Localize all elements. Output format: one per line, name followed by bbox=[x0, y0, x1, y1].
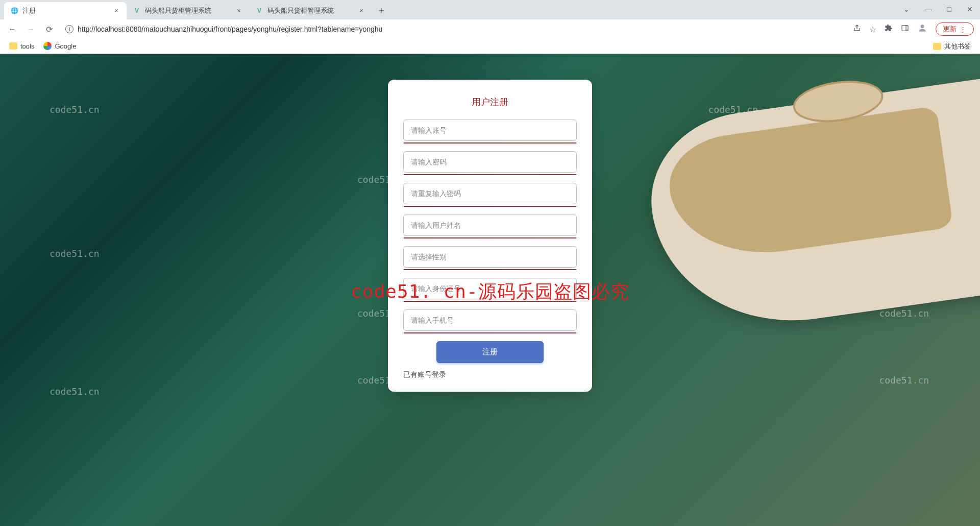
page-body: code51.cn code51.cn code51.cn code51.cn … bbox=[0, 54, 980, 526]
page-title: 用户注册 bbox=[403, 96, 577, 108]
watermark-small: code51.cn bbox=[879, 375, 929, 386]
side-panel-icon[interactable] bbox=[901, 24, 909, 34]
watermark-small: code51.cn bbox=[50, 248, 100, 259]
gender-select[interactable] bbox=[404, 247, 576, 267]
tab-title: 注册 bbox=[22, 6, 108, 15]
close-icon[interactable]: × bbox=[357, 7, 365, 15]
svg-point-2 bbox=[921, 25, 924, 28]
close-icon[interactable]: × bbox=[112, 7, 120, 15]
close-icon[interactable]: × bbox=[235, 7, 243, 15]
idcard-input[interactable] bbox=[404, 278, 576, 299]
bookmark-google[interactable]: Google bbox=[43, 42, 76, 50]
tab-system-2[interactable]: V 码头船只货柜管理系统 × bbox=[249, 2, 372, 19]
profile-icon[interactable] bbox=[917, 23, 927, 35]
forward-icon: → bbox=[24, 23, 37, 35]
watermark-small: code51.cn bbox=[50, 386, 100, 397]
password-input[interactable] bbox=[404, 152, 576, 172]
account-field-wrap bbox=[403, 119, 577, 141]
login-link[interactable]: 已有账号登录 bbox=[403, 370, 577, 379]
name-input[interactable] bbox=[404, 215, 576, 235]
boat-decoration bbox=[640, 76, 980, 339]
tab-title: 码头船只货柜管理系统 bbox=[145, 6, 231, 15]
password2-field-wrap bbox=[403, 183, 577, 204]
idcard-field-wrap bbox=[403, 278, 577, 299]
vue-icon: V bbox=[255, 7, 263, 15]
url-bar[interactable]: i http://localhost:8080/matouchuanzhihuo… bbox=[61, 23, 847, 35]
gender-field-wrap bbox=[403, 246, 577, 268]
watermark-small: code51.cn bbox=[50, 104, 100, 115]
reload-icon[interactable]: ⟳ bbox=[43, 23, 55, 35]
bookmark-label: 其他书签 bbox=[944, 42, 971, 51]
tab-register[interactable]: 🌐 注册 × bbox=[4, 2, 127, 19]
watermark-small: code51.cn bbox=[879, 308, 929, 319]
vue-icon: V bbox=[133, 7, 141, 15]
update-label: 更新 bbox=[943, 25, 957, 34]
register-card: 用户注册 注册 已有账号登录 bbox=[388, 80, 592, 392]
globe-icon: 🌐 bbox=[10, 7, 18, 15]
bookmark-bar: tools Google 其他书签 bbox=[0, 39, 980, 54]
name-field-wrap bbox=[403, 214, 577, 236]
password-confirm-input[interactable] bbox=[404, 183, 576, 204]
back-icon[interactable]: ← bbox=[6, 23, 18, 35]
phone-field-wrap bbox=[403, 309, 577, 331]
account-input[interactable] bbox=[404, 120, 576, 140]
phone-input[interactable] bbox=[404, 310, 576, 330]
password-field-wrap bbox=[403, 151, 577, 173]
share-icon[interactable] bbox=[853, 24, 861, 34]
chevron-down-icon[interactable]: ⌄ bbox=[900, 4, 913, 14]
register-button[interactable]: 注册 bbox=[436, 341, 544, 363]
tab-title: 码头船只货柜管理系统 bbox=[267, 6, 353, 15]
svg-rect-0 bbox=[902, 26, 908, 31]
extensions-icon[interactable] bbox=[885, 24, 893, 34]
minimize-icon[interactable]: ― bbox=[922, 4, 935, 14]
new-tab-button[interactable]: ＋ bbox=[372, 1, 391, 19]
browser-chrome: 🌐 注册 × V 码头船只货柜管理系统 × V 码头船只货柜管理系统 × ＋ ⌄… bbox=[0, 0, 980, 54]
url-text: http://localhost:8080/matouchuanzhihuogu… bbox=[78, 25, 382, 33]
toolbar-icons: ☆ 更新 ⋮ bbox=[853, 22, 974, 36]
google-icon bbox=[43, 42, 52, 50]
tab-strip: 🌐 注册 × V 码头船只货柜管理系统 × V 码头船只货柜管理系统 × ＋ ⌄… bbox=[0, 0, 980, 19]
update-button[interactable]: 更新 ⋮ bbox=[936, 22, 974, 36]
site-info-icon[interactable]: i bbox=[65, 25, 74, 33]
folder-icon bbox=[933, 43, 941, 50]
address-bar: ← → ⟳ i http://localhost:8080/matouchuan… bbox=[0, 19, 980, 39]
bookmark-label: tools bbox=[20, 42, 34, 50]
maximize-icon[interactable]: □ bbox=[944, 4, 954, 14]
folder-icon bbox=[9, 42, 17, 50]
bookmark-label: Google bbox=[55, 42, 76, 50]
bookmark-tools[interactable]: tools bbox=[9, 42, 34, 50]
window-controls: ⌄ ― □ ✕ bbox=[900, 4, 976, 14]
tab-system-1[interactable]: V 码头船只货柜管理系统 × bbox=[127, 2, 249, 19]
menu-icon: ⋮ bbox=[960, 26, 966, 33]
close-window-icon[interactable]: ✕ bbox=[964, 4, 976, 14]
star-icon[interactable]: ☆ bbox=[869, 25, 876, 34]
bookmark-other[interactable]: 其他书签 bbox=[933, 42, 971, 51]
